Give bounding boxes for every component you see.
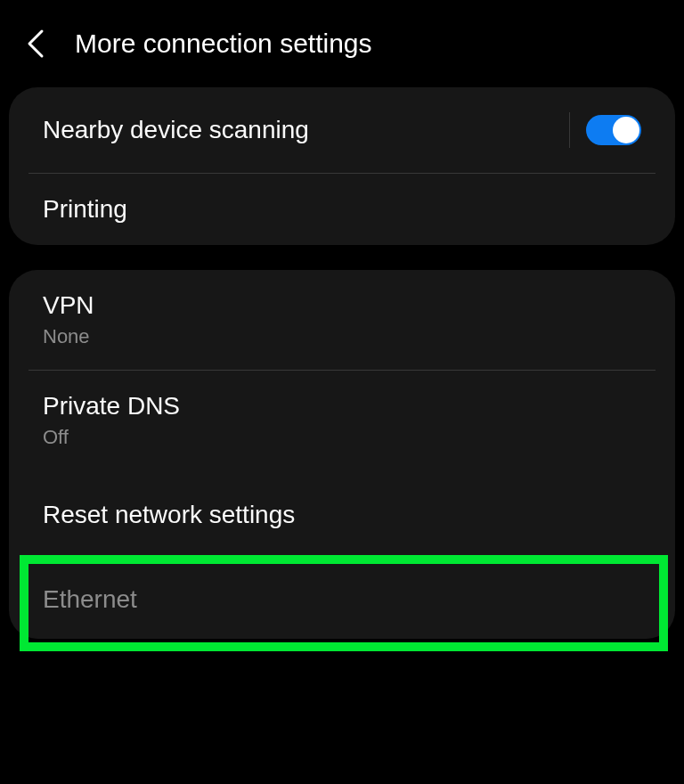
- ethernet-item[interactable]: Ethernet: [9, 560, 675, 639]
- toggle-wrapper: [569, 112, 641, 148]
- item-label: Reset network settings: [43, 501, 641, 529]
- toggle-divider: [569, 112, 570, 148]
- item-label: Private DNS: [43, 392, 641, 421]
- back-button[interactable]: [21, 29, 50, 58]
- item-label: VPN: [43, 291, 641, 320]
- private-dns-item[interactable]: Private DNS Off: [9, 371, 675, 470]
- toggle-thumb: [613, 117, 639, 143]
- settings-group-1: Nearby device scanning Printing: [9, 87, 675, 245]
- chevron-left-icon: [26, 29, 45, 59]
- item-label: Nearby device scanning: [43, 116, 309, 144]
- item-subtitle: None: [43, 325, 641, 348]
- reset-network-settings-item[interactable]: Reset network settings: [9, 470, 675, 559]
- printing-item[interactable]: Printing: [9, 174, 675, 245]
- header: More connection settings: [0, 0, 684, 87]
- settings-group-2: VPN None Private DNS Off Reset network s…: [9, 270, 675, 639]
- vpn-item[interactable]: VPN None: [9, 270, 675, 370]
- page-title: More connection settings: [75, 29, 372, 59]
- item-subtitle: Off: [43, 426, 641, 449]
- nearby-device-scanning-item[interactable]: Nearby device scanning: [9, 87, 675, 173]
- item-label: Ethernet: [43, 585, 641, 614]
- nearby-device-scanning-toggle[interactable]: [586, 115, 641, 145]
- item-label: Printing: [43, 195, 127, 223]
